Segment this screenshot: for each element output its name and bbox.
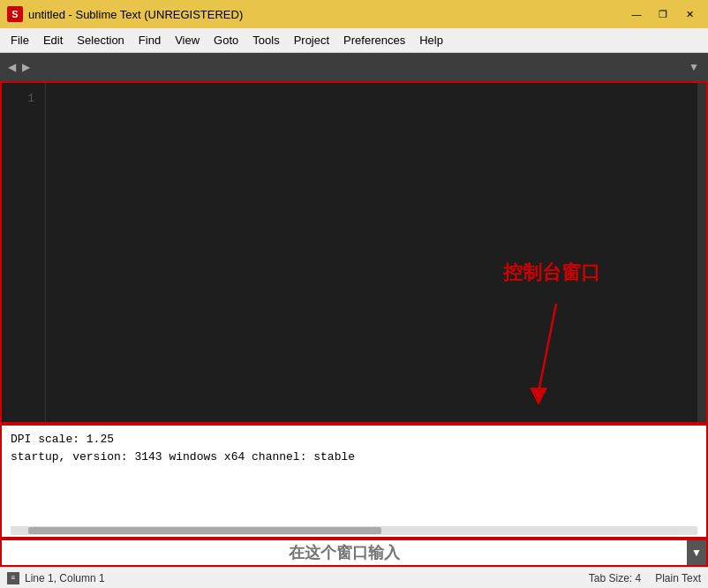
editor-scrollbar[interactable] <box>697 83 706 422</box>
console-input-row: ▼ <box>0 539 708 567</box>
menu-selection[interactable]: Selection <box>70 30 131 50</box>
menu-help[interactable]: Help <box>412 30 450 50</box>
status-syntax[interactable]: Plain Text <box>655 572 701 584</box>
console-input-dropdown-icon[interactable]: ▼ <box>687 540 706 565</box>
title-bar-left: S untitled - Sublime Text (UNREGISTERED) <box>7 6 243 22</box>
app-icon: S <box>7 6 23 22</box>
title-bar: S untitled - Sublime Text (UNREGISTERED)… <box>0 0 708 28</box>
close-button[interactable]: ✕ <box>678 5 701 23</box>
status-bar: ≡ Line 1, Column 1 Tab Size: 4 Plain Tex… <box>0 567 708 588</box>
menu-project[interactable]: Project <box>287 30 336 50</box>
menu-find[interactable]: Find <box>132 30 168 50</box>
menu-view[interactable]: View <box>168 30 207 50</box>
console-line1: DPI scale: 1.25 <box>11 431 697 449</box>
nav-left-icon[interactable]: ◀ <box>5 61 18 73</box>
status-right: Tab Size: 4 Plain Text <box>589 572 701 584</box>
menu-edit[interactable]: Edit <box>36 30 70 50</box>
console-scrollbar-thumb[interactable] <box>28 527 381 534</box>
console-output: DPI scale: 1.25 startup, version: 3143 w… <box>2 426 706 526</box>
tab-dropdown-icon[interactable]: ▼ <box>685 57 703 77</box>
maximize-button[interactable]: ❐ <box>652 5 674 23</box>
console-line2: startup, version: 3143 windows x64 chann… <box>11 449 697 466</box>
menu-goto[interactable]: Goto <box>207 30 245 50</box>
window-controls: — ❐ ✕ <box>625 5 701 23</box>
title-text: untitled - Sublime Text (UNREGISTERED) <box>28 8 243 21</box>
tab-bar: ◀ ▶ ▼ <box>0 53 708 81</box>
console-area: DPI scale: 1.25 startup, version: 3143 w… <box>0 424 708 539</box>
minimize-button[interactable]: — <box>625 5 648 23</box>
line-numbers: 1 <box>2 83 46 422</box>
menu-bar: File Edit Selection Find View Goto Tools… <box>0 28 708 53</box>
status-left: ≡ Line 1, Column 1 <box>7 572 105 584</box>
editor-area[interactable]: 1 控制台窗口 <box>0 81 708 424</box>
line-number-1: 1 <box>2 90 45 108</box>
console-input[interactable] <box>2 544 687 562</box>
nav-arrows: ◀ ▶ <box>5 61 32 73</box>
status-tab-size[interactable]: Tab Size: 4 <box>589 572 641 584</box>
nav-right-icon[interactable]: ▶ <box>19 61 32 73</box>
menu-preferences[interactable]: Preferences <box>336 30 412 50</box>
editor-content[interactable] <box>46 83 697 422</box>
console-horizontal-scrollbar[interactable] <box>11 526 697 535</box>
status-menu-icon[interactable]: ≡ <box>7 572 19 584</box>
status-position: Line 1, Column 1 <box>25 572 105 584</box>
menu-tools[interactable]: Tools <box>245 30 286 50</box>
menu-file[interactable]: File <box>4 30 36 50</box>
